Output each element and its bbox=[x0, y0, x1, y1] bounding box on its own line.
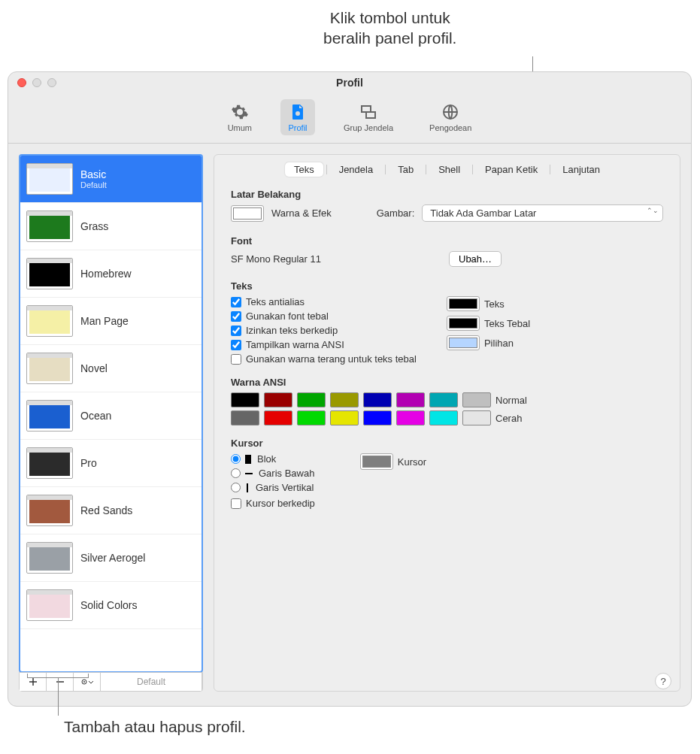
ansi-color-well[interactable] bbox=[462, 410, 491, 425]
profile-item[interactable]: Solid Colors bbox=[20, 582, 202, 629]
bold-color-well[interactable] bbox=[447, 316, 480, 331]
ansi-color-well[interactable] bbox=[330, 392, 359, 407]
tab-keyboard[interactable]: Papan Ketik bbox=[476, 162, 547, 177]
cursor-title: Kursor bbox=[231, 438, 663, 449]
profile-item[interactable]: BasicDefault bbox=[20, 156, 202, 203]
cursor-block-radio[interactable] bbox=[231, 454, 241, 464]
default-profile-button[interactable]: Default bbox=[101, 673, 202, 691]
ansi-color-well[interactable] bbox=[363, 392, 392, 407]
svg-point-4 bbox=[83, 681, 85, 683]
profile-item[interactable]: Silver Aerogel bbox=[20, 534, 202, 582]
ansi-title: Warna ANSI bbox=[231, 377, 663, 388]
preferences-window: Profil Umum Profil Grup Jendela Pengodea… bbox=[8, 71, 692, 707]
font-value: SF Mono Regular 11 bbox=[231, 253, 441, 265]
profile-item[interactable]: Man Page bbox=[20, 298, 202, 345]
profiles-sidebar: BasicDefaultGrassHomebrewMan PageNovelOc… bbox=[19, 154, 203, 692]
bright-bold-checkbox[interactable] bbox=[231, 354, 241, 365]
profile-name: Man Page bbox=[80, 315, 195, 327]
ansi-checkbox[interactable] bbox=[231, 340, 241, 350]
ansi-row-label: Normal bbox=[495, 395, 527, 406]
blink-checkbox[interactable] bbox=[231, 326, 241, 336]
toolbar-general[interactable]: Umum bbox=[220, 99, 259, 135]
antialias-checkbox[interactable] bbox=[231, 297, 241, 307]
background-image-select[interactable]: Tidak Ada Gambar Latar bbox=[422, 204, 663, 222]
toolbar-label: Grup Jendela bbox=[344, 123, 393, 132]
cursor-vertical-label: Garis Vertikal bbox=[256, 482, 314, 493]
antialias-label: Teks antialias bbox=[246, 296, 305, 307]
ansi-color-well[interactable] bbox=[462, 392, 491, 407]
profile-thumbnail bbox=[26, 353, 73, 384]
ansi-row-label: Cerah bbox=[495, 413, 522, 424]
profile-name: Novel bbox=[80, 362, 195, 374]
profile-thumbnail bbox=[26, 447, 73, 479]
window-group-icon bbox=[359, 102, 378, 122]
background-color-well[interactable] bbox=[231, 205, 264, 222]
ansi-color-well[interactable] bbox=[231, 410, 259, 425]
ansi-color-well[interactable] bbox=[330, 410, 359, 425]
background-title: Latar Belakang bbox=[231, 189, 663, 200]
change-font-button[interactable]: Ubah… bbox=[449, 251, 502, 267]
profile-name: BasicDefault bbox=[80, 168, 195, 189]
profile-item[interactable]: Ocean bbox=[20, 392, 202, 440]
font-title: Font bbox=[231, 235, 663, 247]
toolbar-profiles[interactable]: Profil bbox=[280, 99, 315, 135]
text-color-well[interactable] bbox=[447, 296, 480, 311]
profile-thumbnail bbox=[26, 258, 73, 289]
profile-item[interactable]: Grass bbox=[20, 203, 202, 250]
profile-thumbnail bbox=[26, 400, 73, 432]
ansi-color-well[interactable] bbox=[297, 392, 326, 407]
toolbar-encodings[interactable]: Pengodean bbox=[422, 99, 479, 135]
blink-label: Izinkan teks berkedip bbox=[246, 325, 338, 336]
svg-rect-1 bbox=[366, 112, 375, 118]
profile-tabs: Teks Jendela Tab Shell Papan Ketik Lanju… bbox=[214, 155, 680, 183]
cursor-color-label: Kursor bbox=[398, 456, 426, 468]
cursor-block-label: Blok bbox=[257, 453, 276, 465]
ansi-color-well[interactable] bbox=[297, 410, 326, 425]
ansi-color-well[interactable] bbox=[396, 410, 425, 425]
cursor-blink-label: Kursor berkedip bbox=[246, 498, 315, 509]
bold-checkbox[interactable] bbox=[231, 311, 241, 322]
profile-thumbnail bbox=[26, 210, 73, 242]
ansi-bright-row: Cerah bbox=[231, 410, 663, 425]
globe-icon bbox=[441, 102, 460, 122]
profiles-list[interactable]: BasicDefaultGrassHomebrewMan PageNovelOc… bbox=[19, 154, 203, 673]
profile-thumbnail bbox=[26, 589, 73, 621]
profile-name: Solid Colors bbox=[80, 599, 195, 611]
ansi-color-well[interactable] bbox=[429, 410, 458, 425]
cursor-underline-radio[interactable] bbox=[231, 468, 241, 478]
tab-text[interactable]: Teks bbox=[285, 162, 323, 177]
profile-item[interactable]: Homebrew bbox=[20, 250, 202, 298]
profile-thumbnail bbox=[26, 305, 73, 337]
tab-window[interactable]: Jendela bbox=[330, 162, 383, 177]
ansi-normal-row: Normal bbox=[231, 392, 663, 407]
toolbar-window-groups[interactable]: Grup Jendela bbox=[336, 99, 401, 135]
cursor-color-well[interactable] bbox=[360, 453, 393, 470]
profile-thumbnail bbox=[26, 495, 73, 526]
profile-item[interactable]: Novel bbox=[20, 345, 202, 392]
ansi-color-well[interactable] bbox=[363, 410, 392, 425]
profile-settings-panel: Teks Jendela Tab Shell Papan Ketik Lanju… bbox=[214, 154, 680, 692]
tab-shell[interactable]: Shell bbox=[429, 162, 469, 177]
callout-tabs: Klik tombol untuk beralih panel profil. bbox=[323, 8, 456, 49]
ansi-color-well[interactable] bbox=[231, 392, 259, 407]
ansi-color-well[interactable] bbox=[264, 410, 292, 425]
tab-tab[interactable]: Tab bbox=[389, 162, 423, 177]
profile-name: Grass bbox=[80, 220, 195, 232]
gear-icon bbox=[230, 102, 250, 122]
callout-add-remove: Tambah atau hapus profil. bbox=[64, 718, 246, 736]
toolbar-label: Profil bbox=[289, 123, 308, 132]
tab-advanced[interactable]: Lanjutan bbox=[553, 162, 609, 177]
bright-bold-label: Gunakan warna terang untuk teks tebal bbox=[246, 353, 417, 365]
cursor-vertical-radio[interactable] bbox=[231, 483, 241, 492]
image-label: Gambar: bbox=[377, 207, 415, 219]
profile-item[interactable]: Red Sands bbox=[20, 487, 202, 534]
ansi-color-well[interactable] bbox=[264, 392, 292, 407]
ansi-label: Tampilkan warna ANSI bbox=[246, 339, 344, 350]
profile-item[interactable]: Pro bbox=[20, 440, 202, 487]
prefs-toolbar: Umum Profil Grup Jendela Pengodean bbox=[8, 93, 691, 144]
ansi-color-well[interactable] bbox=[429, 392, 458, 407]
selection-color-well[interactable] bbox=[447, 335, 480, 350]
ansi-color-well[interactable] bbox=[396, 392, 425, 407]
cursor-blink-checkbox[interactable] bbox=[231, 498, 241, 509]
help-button[interactable]: ? bbox=[655, 673, 671, 689]
